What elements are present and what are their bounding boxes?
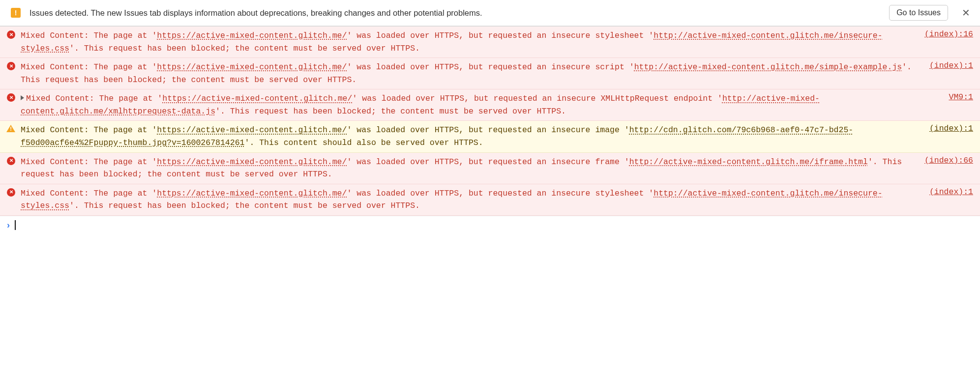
error-icon xyxy=(7,188,15,197)
error-icon xyxy=(7,30,15,39)
resource-url-link[interactable]: http://active-mixed-content.glitch.me/si… xyxy=(634,62,902,72)
warning-icon xyxy=(6,125,15,132)
source-link[interactable]: (index):1 xyxy=(929,61,973,70)
source-location: (index):16 xyxy=(916,29,973,39)
message-segment: '. This content should also be served ov… xyxy=(244,138,483,147)
page-url-link[interactable]: https://active-mixed-content.glitch.me/ xyxy=(157,62,347,72)
message-segment: Mixed Content: The page at ' xyxy=(21,125,157,135)
close-icon[interactable]: ✕ xyxy=(957,7,973,19)
console-message: Mixed Content: The page at 'https://acti… xyxy=(0,58,980,89)
error-icon xyxy=(7,62,15,70)
message-segment: ' was loaded over HTTPS, but requested a… xyxy=(347,189,653,198)
message-segment: Mixed Content: The page at ' xyxy=(21,62,157,72)
text-cursor xyxy=(15,220,16,230)
console-message: Mixed Content: The page at 'https://acti… xyxy=(0,121,980,152)
issues-infobar: ! Issues detected. The new Issues tab di… xyxy=(0,0,980,26)
page-url-link[interactable]: https://active-mixed-content.glitch.me/ xyxy=(157,189,347,198)
console-message: Mixed Content: The page at 'https://acti… xyxy=(0,153,980,184)
source-location: (index):1 xyxy=(921,187,973,197)
message-segment: ' was loaded over HTTPS, but requested a… xyxy=(347,125,629,135)
message-segment: Mixed Content: The page at ' xyxy=(26,94,162,103)
console-log: Mixed Content: The page at 'https://acti… xyxy=(0,26,980,216)
message-text: Mixed Content: The page at 'https://acti… xyxy=(21,29,912,55)
go-to-issues-button[interactable]: Go to Issues xyxy=(889,5,948,21)
message-segment: ' was loaded over HTTPS, but requested a… xyxy=(347,31,653,40)
console-input[interactable] xyxy=(21,221,974,230)
issues-infobar-text: Issues detected. The new Issues tab disp… xyxy=(30,8,880,18)
message-segment: '. This request has been blocked; the co… xyxy=(69,201,420,210)
source-location: (index):66 xyxy=(916,156,973,165)
message-segment: '. This request has been blocked; the co… xyxy=(69,44,420,53)
source-link[interactable]: (index):66 xyxy=(924,156,973,165)
message-text: Mixed Content: The page at 'https://acti… xyxy=(21,92,936,117)
message-segment: Mixed Content: The page at ' xyxy=(21,157,157,167)
source-location: (index):1 xyxy=(921,61,973,70)
message-segment: ' was loaded over HTTPS, but requested a… xyxy=(352,94,722,103)
message-segment: '. This request has been blocked; the co… xyxy=(215,107,566,116)
source-location: VM9:1 xyxy=(940,92,973,102)
console-message: Mixed Content: The page at 'https://acti… xyxy=(0,27,980,58)
message-segment: ' was loaded over HTTPS, but requested a… xyxy=(347,157,629,167)
error-icon xyxy=(7,93,15,102)
source-location: (index):1 xyxy=(921,124,973,133)
message-text: Mixed Content: The page at 'https://acti… xyxy=(21,187,917,212)
page-url-link[interactable]: https://active-mixed-content.glitch.me/ xyxy=(162,94,352,103)
page-url-link[interactable]: https://active-mixed-content.glitch.me/ xyxy=(157,31,347,40)
page-url-link[interactable]: https://active-mixed-content.glitch.me/ xyxy=(157,157,347,167)
source-link[interactable]: (index):16 xyxy=(924,29,973,39)
message-text: Mixed Content: The page at 'https://acti… xyxy=(21,124,917,149)
prompt-caret-icon: › xyxy=(7,220,10,230)
source-link[interactable]: VM9:1 xyxy=(949,92,973,102)
message-text: Mixed Content: The page at 'https://acti… xyxy=(21,156,912,181)
message-text: Mixed Content: The page at 'https://acti… xyxy=(21,61,917,86)
issues-warn-icon: ! xyxy=(11,8,21,18)
message-segment: Mixed Content: The page at ' xyxy=(21,189,157,198)
page-url-link[interactable]: https://active-mixed-content.glitch.me/ xyxy=(157,125,347,135)
console-message: Mixed Content: The page at 'https://acti… xyxy=(0,184,980,216)
expand-triangle-icon[interactable] xyxy=(21,95,24,100)
source-link[interactable]: (index):1 xyxy=(929,187,973,197)
error-icon xyxy=(7,157,15,165)
console-prompt[interactable]: › xyxy=(0,216,980,234)
resource-url-link[interactable]: http://active-mixed-content.glitch.me/if… xyxy=(629,157,868,167)
console-message: Mixed Content: The page at 'https://acti… xyxy=(0,89,980,121)
message-segment: Mixed Content: The page at ' xyxy=(21,31,157,40)
source-link[interactable]: (index):1 xyxy=(929,124,973,133)
message-segment: ' was loaded over HTTPS, but requested a… xyxy=(347,62,634,72)
